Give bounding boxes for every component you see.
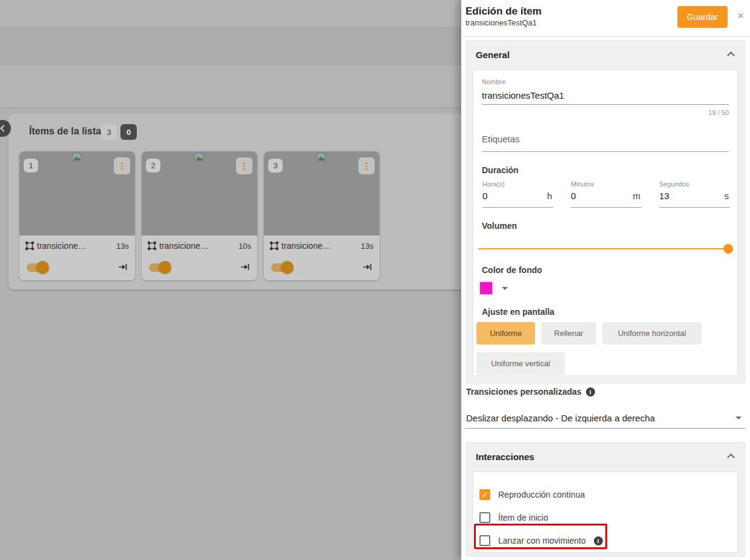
seconds-label: Segundos [659,180,689,188]
save-button[interactable]: Guardar [677,6,728,28]
select-caret-icon[interactable] [735,417,742,420]
name-underline [482,104,729,105]
jump-to-item-icon[interactable] [241,263,250,271]
fit-option-uniforme[interactable]: Uniforme [476,322,535,344]
dimmed-toolbar [0,27,461,65]
fit-option-uniforme-horizontal[interactable]: Uniforme horizontal [602,322,702,344]
section-interactions-title: Interacciones [476,452,535,462]
hours-input[interactable]: 0 [482,191,487,201]
item-order-badge: 3 [268,159,283,173]
minutes-unit: m [633,191,641,201]
minutes-input[interactable]: 0 [571,191,576,201]
list-item-card[interactable]: 1 transicione… 13s [19,151,135,280]
hours-field[interactable]: Hora(s) 0 h [482,180,553,208]
item-duration: 13s [116,242,129,251]
section-general: General Nombre transicionesTestQa1 19 / … [465,40,745,384]
volume-slider[interactable] [478,248,733,249]
jump-to-item-icon[interactable] [119,263,128,271]
item-edit-panel: Edición de ítem transicionesTestQa1 Guar… [461,0,750,560]
custom-transitions-label: Transiciones personalizadas [466,387,582,397]
checkbox-icon[interactable]: ✓ [479,489,490,500]
name-char-counter: 19 / 50 [708,109,729,116]
list-item-card[interactable]: 2 transicione… 10s [142,151,257,280]
broken-image-icon [194,153,205,162]
name-field-label: Nombre [482,78,505,85]
transition-icon [148,242,156,250]
close-icon[interactable]: × [737,10,744,21]
checkbox-label: Lanzar con movimiento [498,536,586,545]
transition-icon [270,242,278,250]
seconds-input[interactable]: 13 [659,191,669,201]
minutes-field[interactable]: Minutos 0 m [571,180,642,208]
background-color-label: Color de fondo [482,265,542,275]
item-order-badge: 2 [146,159,160,173]
item-name: transicione… [37,241,113,251]
item-menu-button[interactable] [358,157,375,174]
background-color-swatch[interactable] [479,281,493,295]
item-order-badge: 1 [24,159,38,173]
item-footer: transicione… 10s [142,236,257,280]
checkbox-icon[interactable] [479,535,490,546]
checkbox-icon[interactable] [479,512,490,523]
fit-option-uniforme-vertical[interactable]: Uniforme vertical [476,352,565,375]
tags-input[interactable]: Etiquetas [482,134,520,144]
hours-underline [482,207,553,208]
item-menu-button[interactable] [236,157,252,174]
seconds-underline [659,207,730,208]
chevron-up-icon[interactable] [727,51,735,59]
item-duration: 10s [238,242,251,251]
minutes-underline [571,207,642,208]
select-underline [465,428,746,429]
checkbox-row-start-item[interactable]: Ítem de inicio [479,506,731,529]
item-duration: 13s [361,242,373,251]
broken-image-icon [72,153,83,162]
item-enabled-toggle[interactable] [271,263,293,272]
item-enabled-toggle[interactable] [149,263,171,272]
section-interactions: Interacciones ✓ Reproducción continua Ít… [465,442,745,557]
item-thumbnail: 2 [142,151,257,236]
seconds-unit: s [725,191,729,201]
dimmed-subtoolbar [0,65,461,108]
item-name: transicione… [159,241,235,251]
item-footer: transicione… 13s [264,236,380,280]
item-footer: transicione… 13s [19,236,135,280]
general-form: Nombre transicionesTestQa1 19 / 50 Etiqu… [473,70,738,376]
item-count-badge: 3 [101,125,117,140]
item-thumbnail: 3 [264,151,380,236]
transition-select[interactable]: Deslizar desplazando - De izquierda a de… [466,413,655,423]
info-icon[interactable]: i [586,387,595,397]
color-dropdown-caret-icon[interactable] [502,287,508,290]
dimmed-topbar [0,0,461,27]
duration-label: Duración [482,165,519,175]
volume-label: Volumen [482,221,517,231]
hours-unit: h [547,191,552,201]
name-input[interactable]: transicionesTestQa1 [482,90,564,100]
seconds-field[interactable]: Segundos 13 s [659,180,730,208]
volume-slider-thumb[interactable] [723,244,733,254]
checkbox-row-launch-with-motion[interactable]: Lanzar con movimiento i [479,529,731,552]
info-icon[interactable]: i [594,536,603,545]
panel-title: Edición de ítem [465,5,542,18]
header-divider [461,36,750,37]
selected-count-badge: 0 [120,124,137,140]
hours-label: Hora(s) [482,180,505,188]
item-thumbnail: 1 [19,151,135,236]
jump-to-item-icon[interactable] [363,263,372,271]
item-menu-button[interactable] [114,157,130,174]
checkbox-row-continuous-playback[interactable]: ✓ Reproducción continua [479,483,731,506]
chevron-left-icon [0,125,7,131]
minutes-label: Minutos [571,180,594,188]
item-name: transicione… [281,241,358,251]
fit-option-rellenar[interactable]: Rellenar [541,322,596,344]
transition-icon [25,242,34,250]
list-item-card[interactable]: 3 transicione… 13s [264,151,380,280]
chevron-up-icon[interactable] [727,453,735,461]
interactions-form: ✓ Reproducción continua Ítem de inicio L… [473,472,738,553]
section-general-title: General [476,50,510,60]
item-enabled-toggle[interactable] [27,263,48,272]
tags-underline [482,151,729,152]
custom-transitions-label-row: Transiciones personalizadas i [466,387,595,397]
screen-fit-label: Ajuste en pantalla [482,307,554,317]
checkbox-label: Ítem de inicio [498,513,548,522]
list-panel-title: Ítems de la lista [29,126,101,137]
